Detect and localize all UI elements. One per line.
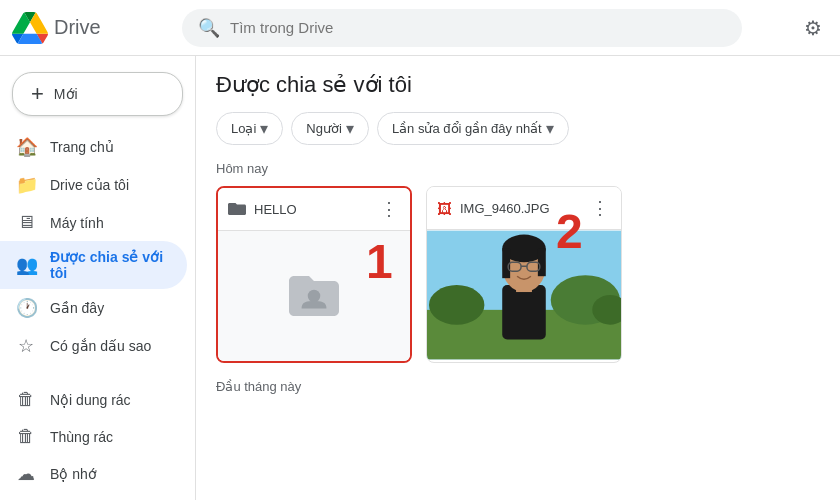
starred-icon: ☆ — [16, 335, 36, 357]
search-bar[interactable]: 🔍 — [182, 9, 742, 47]
sidebar-label-trash: Thùng rác — [50, 429, 113, 445]
recent-icon: 🕐 — [16, 297, 36, 319]
trash-icon: 🗑 — [16, 426, 36, 447]
sidebar-item-home[interactable]: 🏠 Trang chủ — [0, 128, 187, 166]
sidebar-item-storage[interactable]: ☁ Bộ nhớ — [0, 455, 187, 493]
logo-area: Drive — [12, 10, 172, 46]
logo-text: Drive — [54, 16, 101, 39]
storage-icon: ☁ — [16, 463, 36, 485]
filter-type-button[interactable]: Loại ▾ — [216, 112, 283, 145]
filter-person-label: Người — [306, 121, 342, 136]
chevron-down-icon-person: ▾ — [346, 119, 354, 138]
topbar-right: ⚙ — [798, 10, 828, 46]
computers-icon: 🖥 — [16, 212, 36, 233]
settings-sliders-icon[interactable]: ⚙ — [798, 10, 828, 46]
main-content: Được chia sẻ với tôi Loại ▾ Người ▾ Lần … — [196, 56, 840, 420]
plus-icon: + — [31, 83, 44, 105]
more-options-icon-img9460[interactable]: ⋮ — [589, 195, 611, 221]
new-button-label: Mới — [54, 86, 78, 102]
sidebar-label-trash-items: Nội dung rác — [50, 392, 131, 408]
shared-icon: 👥 — [16, 254, 36, 276]
filter-type-label: Loại — [231, 121, 256, 136]
relative-wrapper: 1 2 Được chia sẻ với tôi Loại ▾ Người ▾ … — [196, 56, 840, 500]
file-card-body-img9460 — [427, 230, 621, 360]
section-today-label: Hôm nay — [216, 161, 820, 176]
file-card-header-hello: HELLO ⋮ — [218, 188, 410, 231]
sidebar-label-storage: Bộ nhớ — [50, 466, 97, 482]
sidebar-item-trash-items[interactable]: 🗑 Nội dung rác — [0, 381, 187, 418]
sidebar-label-computers: Máy tính — [50, 215, 104, 231]
chevron-down-icon-recent: ▾ — [546, 119, 554, 138]
sidebar-item-my-drive[interactable]: 📁 Drive của tôi — [0, 166, 187, 204]
folder-placeholder-icon — [284, 266, 344, 326]
main-layout: + Mới 🏠 Trang chủ 📁 Drive của tôi 🖥 Máy … — [0, 56, 840, 500]
sidebar-item-recent[interactable]: 🕐 Gần đây — [0, 289, 187, 327]
file-grid-today: HELLO ⋮ — [216, 186, 820, 363]
svg-point-0 — [308, 290, 321, 303]
sidebar-label-my-drive: Drive của tôi — [50, 177, 129, 193]
file-card-title-row-hello: HELLO — [228, 200, 297, 218]
svg-point-3 — [429, 285, 484, 325]
svg-rect-11 — [538, 248, 546, 276]
filter-person-button[interactable]: Người ▾ — [291, 112, 369, 145]
photo-thumbnail — [427, 230, 621, 360]
svg-rect-6 — [502, 285, 546, 339]
filter-row: Loại ▾ Người ▾ Lần sửa đổi gần đây nhất … — [216, 112, 820, 145]
file-card-title-row-img9460: 🖼 IMG_9460.JPG — [437, 200, 550, 217]
storage-section: Đã sử dụng 3,81 GB trong tổng số 15 GB M… — [0, 493, 195, 500]
sidebar: + Mới 🏠 Trang chủ 📁 Drive của tôi 🖥 Máy … — [0, 56, 196, 500]
sidebar-item-computers[interactable]: 🖥 Máy tính — [0, 204, 187, 241]
section-month-label: Đầu tháng này — [216, 379, 820, 394]
drive-logo-icon — [12, 10, 48, 46]
new-button[interactable]: + Mới — [12, 72, 183, 116]
file-card-body-hello — [218, 231, 410, 361]
sidebar-item-shared[interactable]: 👥 Được chia sẻ với tôi — [0, 241, 187, 289]
my-drive-icon: 📁 — [16, 174, 36, 196]
file-name-hello: HELLO — [254, 202, 297, 217]
sidebar-label-home: Trang chủ — [50, 139, 114, 155]
page-title: Được chia sẻ với tôi — [216, 72, 820, 98]
filter-recent-label: Lần sửa đổi gần đây nhất — [392, 121, 542, 136]
file-name-img9460: IMG_9460.JPG — [460, 201, 550, 216]
search-input[interactable] — [230, 19, 726, 36]
chevron-down-icon-type: ▾ — [260, 119, 268, 138]
filter-recent-button[interactable]: Lần sửa đổi gần đây nhất ▾ — [377, 112, 569, 145]
sidebar-item-trash[interactable]: 🗑 Thùng rác — [0, 418, 187, 455]
image-type-icon: 🖼 — [437, 200, 452, 217]
sidebar-label-shared: Được chia sẻ với tôi — [50, 249, 171, 281]
sidebar-label-recent: Gần đây — [50, 300, 104, 316]
trash-items-icon: 🗑 — [16, 389, 36, 410]
file-card-img9460[interactable]: 🖼 IMG_9460.JPG ⋮ — [426, 186, 622, 363]
home-icon: 🏠 — [16, 136, 36, 158]
more-options-icon-hello[interactable]: ⋮ — [378, 196, 400, 222]
file-card-header-img9460: 🖼 IMG_9460.JPG ⋮ — [427, 187, 621, 230]
sidebar-label-starred: Có gắn dấu sao — [50, 338, 151, 354]
file-card-hello[interactable]: HELLO ⋮ — [216, 186, 412, 363]
folder-type-icon — [228, 200, 246, 218]
sidebar-item-starred[interactable]: ☆ Có gắn dấu sao — [0, 327, 187, 365]
topbar: Drive 🔍 ⚙ — [0, 0, 840, 56]
search-icon: 🔍 — [198, 17, 220, 39]
